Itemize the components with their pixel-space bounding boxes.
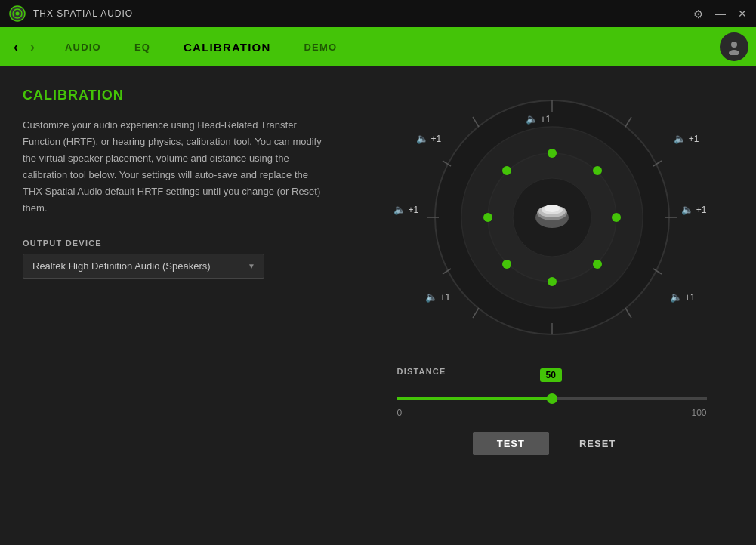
- speaker-val-tr: +1: [689, 134, 699, 144]
- distance-tooltip: 50: [540, 368, 562, 382]
- settings-icon[interactable]: ⚙: [693, 8, 703, 20]
- speaker-icon-r: 🔈: [681, 204, 693, 215]
- svg-point-25: [548, 277, 557, 286]
- distance-section: DISTANCE 50 0 100: [390, 367, 714, 418]
- svg-point-27: [483, 213, 492, 222]
- speaker-icon-bl: 🔈: [425, 291, 437, 303]
- main-content: CALIBRATION Customize your audio experie…: [0, 66, 756, 545]
- output-device-select[interactable]: Realtek High Definition Audio (Speakers): [23, 254, 264, 279]
- speaker-label-top-center: 🔈 +1: [526, 113, 551, 125]
- test-button[interactable]: TEST: [473, 432, 549, 455]
- speaker-val-tl: +1: [431, 134, 442, 144]
- minimize-button[interactable]: —: [715, 8, 726, 19]
- svg-point-24: [593, 260, 602, 269]
- svg-point-28: [502, 166, 511, 175]
- speaker-val-bl: +1: [440, 292, 451, 303]
- nav-forward-arrow[interactable]: ›: [24, 39, 41, 55]
- slider-max-label: 100: [691, 408, 706, 418]
- svg-point-23: [612, 213, 621, 222]
- tab-calibration[interactable]: CALIBRATION: [167, 27, 287, 66]
- app-logo-icon: [9, 5, 26, 22]
- title-bar-left: THX SPATIAL AUDIO: [9, 5, 133, 22]
- title-bar: THX SPATIAL AUDIO ⚙ — ✕: [0, 0, 756, 27]
- nav-back-arrow[interactable]: ‹: [8, 39, 24, 55]
- tab-eq[interactable]: EQ: [118, 27, 167, 66]
- speaker-label-bottom-left: 🔈 +1: [425, 291, 451, 303]
- slider-range-labels: 0 100: [397, 408, 707, 418]
- tab-audio[interactable]: AUDIO: [48, 27, 118, 66]
- reset-button[interactable]: RESET: [564, 432, 631, 455]
- speaker-val-l: +1: [409, 205, 419, 215]
- speaker-label-top-right: 🔈 +1: [674, 133, 699, 144]
- device-select-wrapper[interactable]: Realtek High Definition Audio (Speakers): [23, 254, 264, 279]
- svg-line-15: [625, 308, 631, 318]
- distance-slider[interactable]: [397, 397, 707, 400]
- speaker-label-top-left: 🔈 +1: [416, 133, 442, 144]
- avatar-icon: [726, 38, 742, 55]
- svg-point-4: [729, 50, 739, 55]
- svg-point-2: [16, 12, 20, 16]
- page-title: CALIBRATION: [23, 88, 325, 103]
- svg-line-20: [473, 308, 479, 318]
- svg-point-21: [548, 149, 557, 158]
- output-device-label: OUTPUT DEVICE: [23, 239, 325, 248]
- speaker-label-left: 🔈 +1: [393, 204, 419, 215]
- svg-point-22: [593, 166, 602, 175]
- speaker-label-right: 🔈 +1: [681, 204, 707, 215]
- speaker-icon-tl: 🔈: [416, 133, 428, 144]
- svg-point-26: [502, 260, 511, 269]
- svg-line-11: [625, 117, 631, 127]
- speaker-icon-tr: 🔈: [674, 133, 686, 144]
- speaker-diagram: 🔈 +1 🔈 +1 🔈 +1 🔈 +1 🔈 +1: [393, 89, 711, 361]
- speaker-val-r: +1: [696, 205, 707, 215]
- close-button[interactable]: ✕: [738, 8, 747, 19]
- svg-line-16: [473, 117, 479, 127]
- speaker-icon-tc: 🔈: [526, 113, 538, 125]
- right-panel: 🔈 +1 🔈 +1 🔈 +1 🔈 +1 🔈 +1: [347, 66, 756, 545]
- tab-demo[interactable]: DEMO: [288, 27, 354, 66]
- left-panel: CALIBRATION Customize your audio experie…: [0, 66, 347, 545]
- slider-min-label: 0: [397, 408, 403, 418]
- bottom-buttons: TEST RESET: [390, 432, 714, 455]
- svg-point-3: [731, 42, 737, 48]
- svg-point-33: [545, 205, 560, 212]
- speaker-label-bottom-right: 🔈 +1: [670, 291, 696, 303]
- speaker-val-tc: +1: [541, 114, 551, 125]
- speaker-val-br: +1: [685, 292, 696, 303]
- app-title: THX SPATIAL AUDIO: [33, 8, 133, 19]
- speaker-icon-l: 🔈: [393, 204, 406, 215]
- title-bar-controls[interactable]: ⚙ — ✕: [693, 8, 747, 20]
- speaker-icon-br: 🔈: [670, 291, 682, 303]
- description-text: Customize your audio experience using He…: [23, 117, 325, 217]
- nav-bar: ‹ › AUDIO EQ CALIBRATION DEMO: [0, 27, 756, 66]
- user-avatar[interactable]: [720, 32, 748, 61]
- speaker-diagram-svg: [393, 89, 711, 346]
- nav-tabs: AUDIO EQ CALIBRATION DEMO: [48, 27, 720, 66]
